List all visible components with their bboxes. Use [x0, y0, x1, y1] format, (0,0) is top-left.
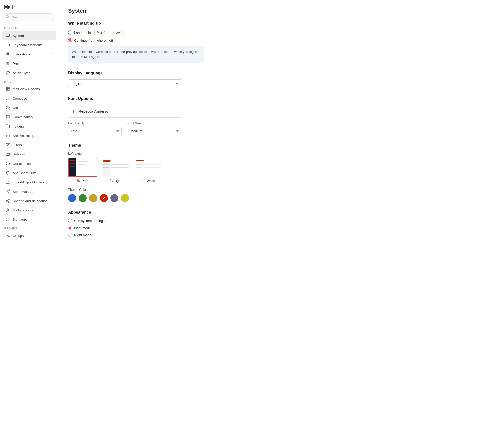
- font-size-select[interactable]: Small Medium Large X-Large: [128, 127, 181, 135]
- theme-card-white[interactable]: White: [134, 158, 163, 183]
- theme-preview-white: [134, 158, 163, 177]
- sidebar-item-label-anti-spam: Anti-Spam Lists: [13, 171, 37, 175]
- appearance-system-radio[interactable]: [68, 219, 72, 223]
- sliders-icon: [6, 61, 10, 66]
- appearance-section: Appearance Use system settings Light mod…: [68, 210, 494, 237]
- svg-rect-22: [6, 134, 10, 135]
- chevron-down-icon: ˅: [51, 171, 52, 175]
- font-preview: Hi, Rebecca Anderson: [68, 105, 181, 118]
- appearance-night-radio[interactable]: [68, 233, 72, 237]
- color-swatch-yellow[interactable]: [121, 194, 129, 202]
- sidebar-section-general: GENERALSystemKeyboard ShortcutsIntegrati…: [0, 24, 58, 77]
- sidebar-item-out-of-office[interactable]: Out of office: [2, 159, 56, 168]
- app-title-text: Mail: [4, 5, 13, 10]
- svg-point-37: [7, 234, 8, 235]
- svg-point-31: [6, 200, 7, 201]
- sidebar-section-label-2: GROUPS: [0, 224, 58, 231]
- appearance-options: Use system settings Light mode Night mod…: [68, 219, 494, 237]
- theme-card-dark[interactable]: Dark: [68, 158, 97, 183]
- sidebar-item-compose[interactable]: Compose: [2, 94, 56, 103]
- sidebar-item-active-sync[interactable]: Active Sync: [2, 68, 56, 77]
- theme-dark-radio[interactable]: [77, 179, 80, 182]
- mail-account-icon: [6, 208, 10, 212]
- sidebar-item-label-groups: Groups: [13, 234, 24, 238]
- svg-line-34: [7, 200, 9, 201]
- cloud-off-icon: [6, 105, 10, 110]
- sidebar-item-offline[interactable]: Offline: [2, 103, 56, 112]
- color-swatch-red[interactable]: [100, 194, 108, 202]
- sidebar-section-mail: MAILMail View OptionsComposeOfflineConve…: [0, 78, 58, 224]
- sidebar-item-filters[interactable]: Filters: [2, 140, 56, 149]
- sidebar-section-label-1: MAIL: [0, 78, 58, 84]
- svg-point-16: [7, 64, 8, 65]
- sidebar-item-keyboard-shortcuts[interactable]: Keyboard Shortcuts: [2, 40, 56, 49]
- color-swatch-blue[interactable]: [68, 194, 76, 202]
- sidebar-item-anti-spam[interactable]: Anti-Spam Lists˅: [2, 168, 56, 177]
- sync-icon: [6, 71, 10, 75]
- plug-icon: [6, 52, 10, 56]
- sidebar-item-system[interactable]: System: [2, 31, 56, 40]
- theme-title: Theme: [68, 143, 494, 148]
- startup-section: While starting up Land me in Mail ˅ Inbo…: [68, 21, 494, 63]
- sidebar-item-conversation[interactable]: Conversation: [2, 112, 56, 121]
- sidebar-item-label-folders: Folders: [13, 124, 24, 128]
- app-title[interactable]: Mail ˅: [4, 5, 15, 10]
- theme-section: Theme Left pane: [68, 143, 494, 202]
- monitor-icon: [6, 33, 10, 38]
- appearance-night-label: Night mode: [74, 233, 91, 237]
- svg-marker-24: [6, 143, 9, 146]
- search-container: [3, 13, 55, 21]
- theme-light-radio-row: Light: [110, 179, 121, 183]
- startup-title: While starting up: [68, 21, 494, 26]
- svg-rect-20: [6, 89, 8, 90]
- svg-rect-19: [8, 89, 9, 90]
- signature-icon: [6, 217, 10, 222]
- main-content: System While starting up Land me in Mail…: [58, 0, 504, 444]
- sidebar-item-hotkeys[interactable]: Hotkeys: [2, 150, 56, 159]
- appearance-light-label: Light mode: [74, 226, 91, 230]
- chevron-down-icon: ˅: [51, 199, 52, 203]
- appearance-light-radio[interactable]: [68, 226, 72, 230]
- font-family-label: Font Family: [68, 122, 122, 125]
- search-input[interactable]: [3, 13, 55, 21]
- color-swatch-green[interactable]: [79, 194, 87, 202]
- theme-light-label: Light: [114, 179, 121, 183]
- sidebar-item-folders[interactable]: Folders: [2, 122, 56, 131]
- language-select[interactable]: English French German Spanish Japanese: [68, 79, 181, 88]
- theme-options: Dark: [68, 158, 494, 183]
- away-icon: [6, 161, 10, 166]
- sidebar-item-mail-view-options[interactable]: Mail View Options: [2, 84, 56, 93]
- land-me-in-radio[interactable]: [68, 30, 72, 35]
- theme-light-radio[interactable]: [110, 179, 113, 182]
- edit-icon: [6, 96, 10, 101]
- sidebar: Mail ˅ GENERALSystemKeyboard ShortcutsIn…: [0, 0, 58, 444]
- theme-white-radio-row: White: [142, 179, 155, 183]
- appearance-light-row: Light mode: [68, 226, 494, 230]
- sidebar-item-send-mail-as[interactable]: Send Mail As: [2, 187, 56, 196]
- theme-white-radio[interactable]: [142, 179, 145, 182]
- sidebar-item-preset[interactable]: Preset: [2, 59, 56, 68]
- sidebar-item-groups[interactable]: Groups: [2, 231, 56, 240]
- theme-card-light[interactable]: Light: [101, 158, 130, 183]
- svg-point-35: [7, 209, 8, 210]
- font-family-select[interactable]: Lato Arial Times New Roman Georgia Verda…: [68, 127, 122, 135]
- sidebar-item-import-export[interactable]: Import/Export Emails: [2, 178, 56, 187]
- sidebar-item-sharing-delegation[interactable]: Sharing and delegation˅: [2, 196, 56, 205]
- sidebar-item-label-keyboard-shortcuts: Keyboard Shortcuts: [13, 43, 43, 47]
- startup-info-text: All the tabs that were left open in the …: [72, 50, 197, 59]
- startup-info-box: All the tabs that were left open in the …: [68, 46, 204, 63]
- continue-from-radio[interactable]: [68, 38, 72, 42]
- sidebar-item-signature[interactable]: Signature: [2, 215, 56, 224]
- land-me-in-inbox-dropdown[interactable]: Inbox ˅: [111, 30, 125, 35]
- sidebar-item-mail-accounts[interactable]: Mail accounts: [2, 206, 56, 215]
- display-language-title: Display Language: [68, 71, 494, 75]
- message-icon: [6, 115, 10, 119]
- svg-point-15: [8, 63, 9, 64]
- color-swatch-gray[interactable]: [110, 194, 118, 202]
- sidebar-item-archive-policy[interactable]: Archive Policy: [2, 131, 56, 140]
- sidebar-item-integrations[interactable]: Integrations˅: [2, 50, 56, 59]
- svg-rect-2: [6, 34, 9, 36]
- land-me-in-mail-dropdown[interactable]: Mail ˅: [94, 30, 107, 35]
- shield-icon: [6, 171, 10, 175]
- color-swatch-yellow-orange[interactable]: [89, 194, 97, 202]
